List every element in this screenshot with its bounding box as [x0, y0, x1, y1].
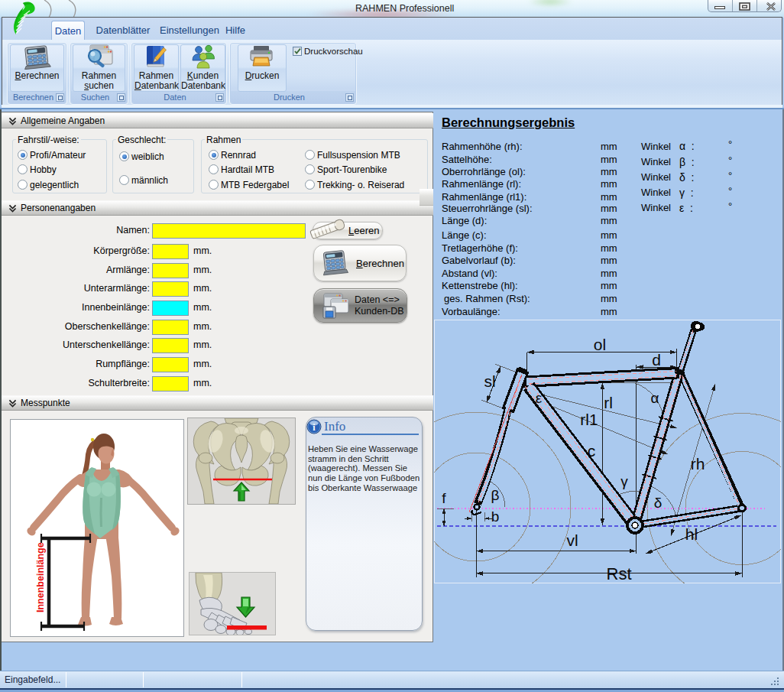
- svg-text:rh: rh: [691, 455, 705, 473]
- svg-text:rl: rl: [604, 394, 613, 411]
- svg-text:hl: hl: [685, 525, 698, 543]
- svg-text:γ: γ: [620, 473, 628, 489]
- svg-text:rl1: rl1: [580, 411, 598, 428]
- svg-text:c: c: [588, 442, 596, 460]
- svg-text:ε: ε: [536, 390, 543, 406]
- svg-text:Innenbeinlänge: Innenbeinlänge: [35, 542, 46, 612]
- svg-text:d: d: [652, 351, 661, 369]
- svg-text:β: β: [491, 487, 500, 503]
- svg-text:sl: sl: [484, 372, 495, 390]
- svg-text:ol: ol: [594, 336, 606, 353]
- svg-text:b: b: [491, 508, 500, 525]
- svg-text:vl: vl: [566, 531, 578, 549]
- svg-text:δ: δ: [654, 495, 663, 511]
- svg-text:Rst: Rst: [607, 564, 632, 583]
- svg-text:α: α: [651, 390, 659, 406]
- svg-text:f: f: [442, 490, 446, 506]
